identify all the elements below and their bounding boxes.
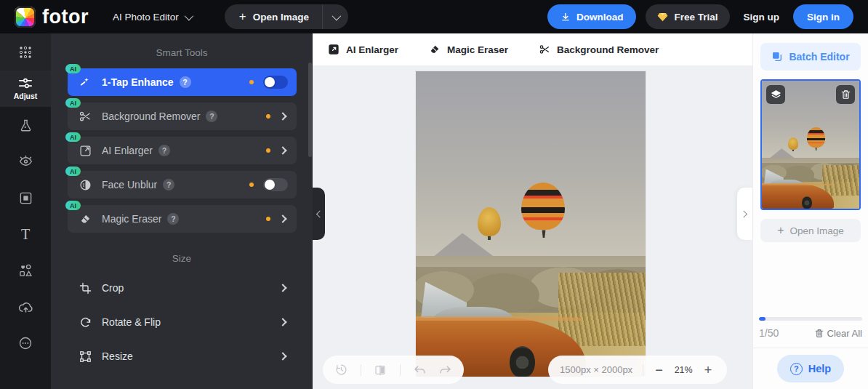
free-trial-button[interactable]: Free Trial — [646, 4, 729, 29]
delete-image-button[interactable] — [836, 85, 855, 104]
tool-row-ai-enlarger[interactable]: AI AI Enlarger ? — [68, 137, 297, 164]
help-label: Help — [808, 363, 831, 374]
panel-scrollbar[interactable] — [308, 63, 312, 157]
help-icon[interactable]: ? — [206, 111, 217, 122]
tool-row-rotate-flip[interactable]: Rotate & Flip — [68, 308, 297, 336]
chevron-right-icon — [740, 210, 747, 217]
image-thumbnail[interactable] — [760, 79, 861, 210]
smart-tools-title: Smart Tools — [51, 33, 313, 68]
face-unblur-toggle[interactable] — [263, 178, 288, 191]
shapes-icon — [18, 263, 33, 278]
zoom-out-button[interactable]: − — [654, 364, 664, 377]
open-image-button[interactable]: + Open Image — [225, 4, 322, 29]
chevron-right-icon — [278, 214, 286, 222]
enhance-toggle[interactable] — [263, 76, 288, 89]
rail-item-effects[interactable] — [0, 107, 51, 143]
car-wheel — [802, 196, 813, 209]
tool-row-1-tap-enhance[interactable]: AI 1-Tap Enhance ? — [68, 68, 297, 96]
editor-menu[interactable]: AI Photo Editor — [113, 12, 191, 23]
more-circle-icon — [18, 336, 33, 350]
batch-editor-button[interactable]: Batch Editor — [760, 43, 861, 71]
tool-row-background-remover[interactable]: AI Background Remover ? — [68, 103, 297, 130]
open-image-button-right[interactable]: + Open Image — [760, 219, 861, 242]
chevron-down-icon — [184, 11, 193, 20]
text-tool-icon: T — [21, 226, 30, 243]
flask-icon — [19, 119, 33, 132]
rail-item-text[interactable]: T — [0, 216, 51, 252]
chevron-right-icon — [278, 318, 286, 326]
undo-icon[interactable] — [414, 364, 426, 375]
usage-progress-fill — [759, 317, 765, 321]
canvas-tab-ai-enlarger[interactable]: AI Enlarger — [328, 44, 398, 55]
canvas-area: AI Enlarger Magic Eraser Background Remo… — [313, 33, 752, 389]
fotor-logo-icon[interactable] — [15, 7, 36, 28]
divider — [400, 364, 401, 376]
rail-item-upload[interactable] — [0, 289, 51, 325]
redo-icon[interactable] — [439, 364, 451, 375]
layers-button[interactable] — [766, 85, 785, 104]
enlarge-icon — [328, 44, 339, 55]
tool-row-magic-eraser[interactable]: AI Magic Eraser ? — [68, 205, 297, 233]
sign-up-link[interactable]: Sign up — [744, 12, 780, 23]
top-header: fotor AI Photo Editor + Open Image Downl… — [0, 0, 868, 33]
sign-in-button[interactable]: Sign in — [793, 4, 853, 29]
canvas-tab-label: AI Enlarger — [346, 44, 398, 55]
ai-badge: AI — [65, 64, 81, 73]
status-dot — [266, 217, 270, 221]
free-trial-label: Free Trial — [674, 12, 718, 23]
divider — [643, 364, 643, 376]
open-image-dropdown-button[interactable] — [323, 4, 348, 29]
eraser-icon — [78, 213, 92, 225]
tool-row-face-unblur[interactable]: AI Face Unblur ? — [68, 171, 297, 198]
magic-wand-icon — [78, 76, 92, 89]
rail-item-elements[interactable] — [0, 252, 51, 289]
right-panel: Batch Editor + Open — [752, 33, 868, 389]
enlarge-icon — [78, 145, 92, 157]
sign-in-label: Sign in — [807, 12, 840, 23]
chevron-right-icon — [278, 112, 286, 120]
layers-icon — [771, 89, 781, 100]
canvas-tab-background-remover[interactable]: Background Remover — [539, 44, 659, 55]
rail-item-frame[interactable] — [0, 180, 51, 216]
right-panel-footer: 1/50 Clear All ? Help — [753, 317, 868, 389]
rail-item-apps[interactable] — [0, 33, 51, 71]
batch-layers-icon — [771, 51, 783, 63]
canvas-tab-magic-eraser[interactable]: Magic Eraser — [429, 44, 508, 55]
help-icon[interactable]: ? — [163, 179, 174, 191]
rail-item-beauty[interactable] — [0, 143, 51, 180]
header-actions: Download Free Trial Sign up Sign in — [547, 4, 853, 29]
rotate-icon — [78, 316, 92, 329]
batch-editor-label: Batch Editor — [789, 51, 849, 63]
eraser-icon — [429, 44, 441, 55]
photo-small-balloon — [478, 207, 501, 236]
chevron-right-icon — [278, 284, 286, 292]
compare-icon[interactable] — [374, 364, 386, 376]
divider — [361, 364, 361, 376]
collapse-right-panel-handle[interactable] — [737, 188, 752, 240]
rail-item-adjust[interactable]: Adjust — [0, 71, 51, 107]
rail-item-more[interactable] — [0, 325, 51, 361]
history-icon[interactable] — [335, 364, 347, 376]
tool-row-crop[interactable]: Crop — [68, 274, 297, 302]
scissors-icon — [539, 44, 550, 55]
tool-label: 1-Tap Enhance — [102, 76, 174, 88]
help-button[interactable]: ? Help — [777, 355, 844, 382]
face-unblur-icon — [78, 179, 92, 191]
trash-icon — [815, 329, 824, 338]
photo-large-balloon — [807, 127, 825, 147]
canvas-image[interactable] — [416, 71, 646, 377]
left-icon-rail: Adjust T — [0, 33, 51, 389]
help-icon[interactable]: ? — [180, 76, 191, 88]
help-icon[interactable]: ? — [167, 213, 179, 225]
collapse-panel-handle[interactable] — [313, 188, 325, 240]
trash-icon — [841, 89, 851, 100]
car-edge-highlight — [416, 316, 582, 321]
download-button[interactable]: Download — [547, 4, 637, 29]
plus-icon: + — [777, 224, 784, 237]
tool-row-resize[interactable]: Resize — [68, 342, 297, 370]
help-icon[interactable]: ? — [158, 145, 170, 156]
clear-all-button[interactable]: Clear All — [815, 328, 862, 339]
brand-name[interactable]: fotor — [42, 6, 89, 28]
zoom-in-button[interactable]: + — [703, 364, 714, 377]
car-wheel — [510, 346, 535, 377]
